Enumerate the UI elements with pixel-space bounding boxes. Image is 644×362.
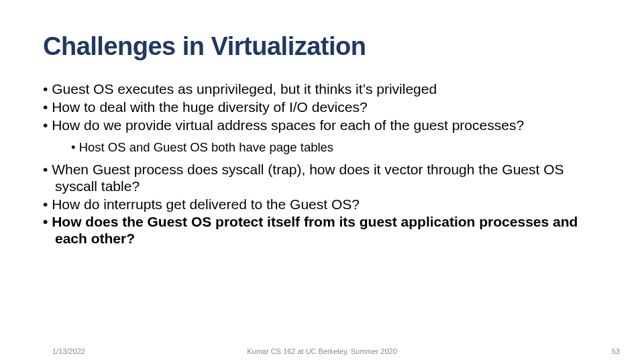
slide-title: Challenges in Virtualization (43, 32, 604, 61)
bullet-item: When Guest process does syscall (trap), … (43, 162, 604, 195)
bullet-item: Guest OS executes as unprivileged, but i… (43, 81, 604, 98)
footer-page-number: 53 (612, 347, 620, 355)
bullet-item: How do we provide virtual address spaces… (43, 117, 604, 134)
footer-course: Kumar CS 162 at UC Berkeley, Summer 2020 (0, 347, 644, 355)
bullet-item: How do interrupts get delivered to the G… (43, 196, 604, 213)
slide: Challenges in Virtualization Guest OS ex… (0, 0, 644, 362)
bullet-item: How to deal with the huge diversity of I… (43, 99, 604, 116)
bullet-subitem: Host OS and Guest OS both have page tabl… (43, 140, 604, 155)
bullet-item: How does the Guest OS protect itself fro… (43, 214, 604, 247)
slide-body: Guest OS executes as unprivileged, but i… (43, 81, 604, 247)
